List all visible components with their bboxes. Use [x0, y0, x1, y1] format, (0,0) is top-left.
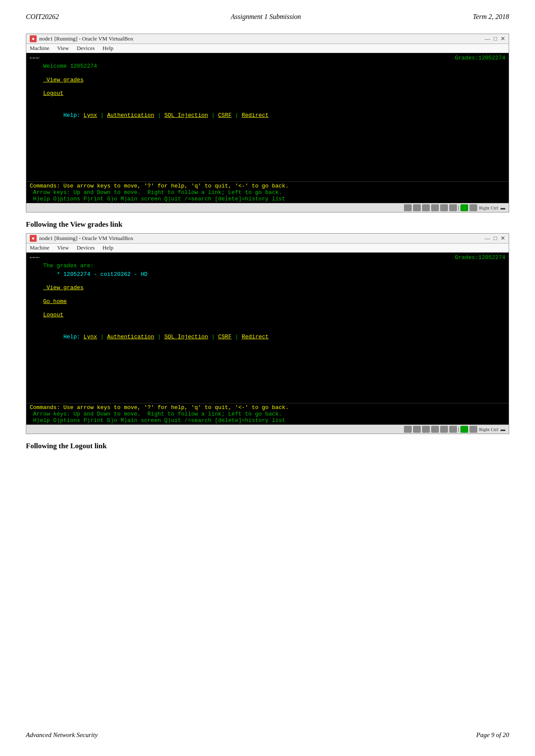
icon-2h — [469, 426, 477, 433]
icon-1b — [413, 204, 421, 211]
icon-1g — [460, 204, 468, 211]
icon-1d — [431, 204, 439, 211]
icon-2f — [449, 426, 457, 433]
term-grades-are-2: The grades are: — [30, 262, 505, 270]
menu-devices-1[interactable]: Devices — [77, 45, 95, 52]
back-arrows-1: ←←← — [30, 55, 40, 61]
section-label-1: Following the View grades link — [26, 220, 509, 229]
status-line3-1: H)elp O)ptions P)rint G)o M)ain screen Q… — [30, 196, 505, 202]
section-label-2: Following the Logout link — [26, 442, 509, 450]
header-left: COIT20262 — [26, 13, 59, 21]
vm-icon-2: ■ — [30, 235, 37, 242]
vm-terminal-2: ←←← Grades:12052274 The grades are: * 12… — [26, 253, 509, 403]
right-ctrl-2: Right Ctrl ▬ — [479, 427, 505, 432]
term-bottom-bar-1: | Right Ctrl ▬ — [26, 203, 509, 212]
icon-2b — [413, 426, 421, 433]
vm-window-2: ■ node1 [Running] - Oracle VM VirtualBox… — [26, 233, 509, 434]
close-button-2[interactable]: ✕ — [501, 235, 505, 242]
menu-devices-2[interactable]: Devices — [77, 244, 95, 251]
status-line1-1: Commands: Use arrow keys to move, '?' fo… — [30, 183, 505, 189]
menu-machine-1[interactable]: Machine — [30, 45, 49, 52]
icon-1a — [404, 204, 412, 211]
close-button-1[interactable]: ✕ — [501, 35, 505, 42]
term-viewgrades-2[interactable]: _View grades — [30, 284, 505, 292]
status-line2-2: Arrow keys: Up and Down to move. Right t… — [30, 411, 505, 417]
vm-titlebar-left-2: ■ node1 [Running] - Oracle VM VirtualBox — [30, 235, 134, 242]
term-viewgrades-1[interactable]: _View grades — [30, 76, 505, 84]
menu-help-1[interactable]: Help — [103, 45, 113, 52]
term-gohome-2[interactable]: Go home — [30, 297, 505, 306]
vm-menubar-2: Machine View Devices Help — [26, 244, 509, 253]
right-ctrl-1: Right Ctrl ▬ — [479, 205, 505, 210]
restore-button-2[interactable]: □ — [494, 235, 497, 242]
icon-2e — [440, 426, 448, 433]
status-line3-2: H)elp O)ptions P)rint G)o M)ain screen Q… — [30, 417, 505, 424]
icon-2g — [460, 426, 468, 433]
vm-window-1: ■ node1 [Running] - Oracle VM VirtualBox… — [26, 34, 509, 212]
term-top-bar-2: ←←← Grades:12052274 — [30, 254, 505, 261]
menu-machine-2[interactable]: Machine — [30, 244, 49, 251]
restore-button-1[interactable]: □ — [494, 35, 497, 42]
vm-controls-2[interactable]: — □ ✕ — [485, 235, 505, 242]
vm-titlebar-1: ■ node1 [Running] - Oracle VM VirtualBox… — [26, 34, 509, 44]
icon-1c — [422, 204, 430, 211]
grades-badge-1: Grades:12052274 — [455, 55, 505, 61]
page-header: COIT20262 Assignment 1 Submission Term 2… — [26, 13, 509, 21]
grades-badge-2: Grades:12052274 — [455, 254, 505, 261]
minimize-button-1[interactable]: — — [485, 35, 490, 42]
vm-title-1: node1 [Running] - Oracle VM VirtualBox — [39, 35, 134, 42]
term-status-bar-1: Commands: Use arrow keys to move, '?' fo… — [26, 181, 509, 203]
vm-terminal-1: ←←← Grades:12052274 Welcome 12052274 _Vi… — [26, 53, 509, 181]
icon-2a — [404, 426, 412, 433]
vm-titlebar-left-1: ■ node1 [Running] - Oracle VM VirtualBox — [30, 35, 134, 42]
footer-left: Advanced Network Security — [26, 731, 98, 739]
term-logout-1[interactable]: Logout — [30, 89, 505, 98]
term-help-2: Help: Lynx | Authentication | SQL Inject… — [30, 325, 505, 350]
header-center: Assignment 1 Submission — [231, 13, 301, 21]
vm-titlebar-2: ■ node1 [Running] - Oracle VM VirtualBox… — [26, 234, 509, 244]
term-logout-2[interactable]: Logout — [30, 311, 505, 319]
vm-controls-1[interactable]: — □ ✕ — [485, 35, 505, 42]
footer-right: Page 9 of 20 — [476, 731, 509, 739]
icon-2d — [431, 426, 439, 433]
icon-1h — [469, 204, 477, 211]
vm-menubar-1: Machine View Devices Help — [26, 44, 509, 53]
menu-help-2[interactable]: Help — [103, 244, 113, 251]
term-grade-entry-2: * 12052274 - coit20262 - HD — [30, 270, 505, 279]
minimize-button-2[interactable]: — — [485, 235, 490, 242]
term-welcome-1: Welcome 12052274 — [30, 62, 505, 71]
menu-view-1[interactable]: View — [57, 45, 69, 52]
vm-title-2: node1 [Running] - Oracle VM VirtualBox — [39, 235, 134, 242]
back-arrows-2: ←←← — [30, 254, 40, 261]
icon-1e — [440, 204, 448, 211]
bottom-icons-2: | — [404, 426, 477, 433]
vm-icon-1: ■ — [30, 35, 37, 42]
menu-view-2[interactable]: View — [57, 244, 69, 251]
status-line1-2: Commands: Use arrow keys to move, '?' fo… — [30, 404, 505, 411]
bottom-icons-1: | — [404, 204, 477, 211]
icon-1f — [449, 204, 457, 211]
icon-2c — [422, 426, 430, 433]
term-bottom-bar-2: | Right Ctrl ▬ — [26, 425, 509, 434]
page-footer: Advanced Network Security Page 9 of 20 — [26, 731, 509, 739]
status-line2-1: Arrow keys: Up and Down to move. Right t… — [30, 189, 505, 196]
term-help-1: Help: Lynx | Authentication | SQL Inject… — [30, 103, 505, 128]
term-status-bar-2: Commands: Use arrow keys to move, '?' fo… — [26, 403, 509, 425]
header-right: Term 2, 2018 — [473, 13, 509, 21]
term-top-bar-1: ←←← Grades:12052274 — [30, 55, 505, 61]
